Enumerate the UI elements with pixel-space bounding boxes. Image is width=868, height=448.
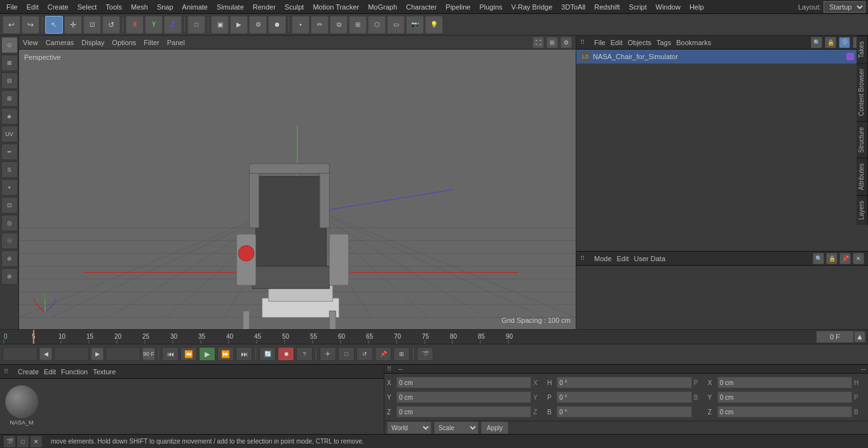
mode-poly-button[interactable]: ⊞ (1, 90, 18, 107)
mode-uvw-button[interactable]: UV (1, 126, 18, 142)
attr-close-button[interactable]: ✕ (853, 253, 864, 264)
array-tool-button[interactable]: ⊞ (349, 16, 367, 34)
tab-structure[interactable]: Structure (857, 121, 868, 158)
timeline-next-frame[interactable]: ⏩ (217, 347, 234, 361)
rot-p-input[interactable] (557, 391, 691, 403)
viewport-view-menu[interactable]: View (23, 39, 38, 46)
viewport-options-menu[interactable]: Options (112, 39, 136, 46)
snap-linear-button[interactable]: ━ (1, 144, 18, 160)
timeline-arrow-button[interactable]: ▲ (854, 331, 865, 343)
tool-6[interactable]: ⊕ (1, 268, 18, 285)
timeline-loop-button[interactable]: 🔄 (259, 347, 276, 361)
select-tool-button[interactable]: ↖ (45, 16, 63, 34)
redo-button[interactable]: ↪ (22, 16, 39, 34)
timeline-preview-end-input[interactable]: 90 F (105, 347, 140, 361)
timeline-goto-end[interactable]: ⏭ (236, 347, 252, 361)
menu-mograph[interactable]: MoGraph (364, 2, 401, 12)
tool-3[interactable]: ◎ (1, 215, 18, 231)
object-row-nasa-chair[interactable]: L0 NASA_Chair_for_Simulator (576, 50, 868, 64)
viewport-display-menu[interactable]: Display (81, 39, 104, 46)
scale-tool-button[interactable]: ⊡ (83, 16, 101, 34)
tool-2[interactable]: ⊡ (1, 197, 18, 214)
timeline-end-input-btn[interactable]: 90 F (142, 348, 155, 360)
timeline-move-tool[interactable]: ✛ (320, 347, 336, 361)
transform-type-select[interactable]: Scale (434, 421, 478, 434)
menu-character[interactable]: Character (402, 2, 440, 12)
attr-userdata-menu[interactable]: User Data (634, 255, 666, 262)
menu-help[interactable]: Help (686, 2, 708, 12)
mat-function-menu[interactable]: Function (61, 368, 88, 376)
status-close-icon[interactable]: ✕ (31, 436, 42, 447)
camera-tool-button[interactable]: 📷 (406, 16, 424, 34)
attr-pin-button[interactable]: 📌 (839, 253, 851, 264)
timeline-film-button[interactable]: 🎬 (417, 347, 433, 361)
timeline-next-end[interactable]: ▶ (91, 348, 104, 360)
menu-pipeline[interactable]: Pipeline (442, 2, 474, 12)
pen-tool-button[interactable]: ✏ (311, 16, 329, 34)
snap-spline-button[interactable]: S (1, 161, 18, 178)
viewport-settings-button[interactable]: ⚙ (560, 37, 572, 48)
menu-tools[interactable]: Tools (102, 2, 126, 12)
menu-plugins[interactable]: Plugins (475, 2, 506, 12)
rot-b-input[interactable] (557, 406, 691, 417)
menu-motion-tracker[interactable]: Motion Tracker (309, 2, 363, 12)
timeline-prev-start[interactable]: ◀ (39, 348, 52, 360)
menu-mesh[interactable]: Mesh (127, 2, 152, 12)
timeline-autokey-button[interactable]: ? (296, 347, 313, 361)
cube-tool-button[interactable]: ▪ (292, 16, 309, 34)
obj-lock-button[interactable]: 🔒 (825, 37, 836, 48)
menu-snap[interactable]: Snap (153, 2, 177, 12)
timeline-pin-button[interactable]: 📌 (375, 347, 391, 361)
z-axis-button[interactable]: Z (164, 16, 182, 34)
menu-redshift[interactable]: Redshift (590, 2, 623, 12)
obj-info-button[interactable]: ⓪ (839, 37, 850, 48)
mat-create-menu[interactable]: Create (18, 368, 39, 376)
viewport-arrange-button[interactable]: ⊞ (546, 37, 558, 48)
menu-script[interactable]: Script (625, 2, 651, 12)
pos-y-input[interactable] (397, 391, 531, 403)
polygon-tool-button[interactable]: ⬡ (368, 16, 386, 34)
attr-search-button[interactable]: 🔍 (813, 253, 824, 264)
undo-button[interactable]: ↩ (3, 16, 20, 34)
viewport-filter-menu[interactable]: Filter (144, 39, 159, 46)
status-film-icon[interactable]: 🎬 (4, 436, 15, 447)
attr-mode-menu[interactable]: Mode (594, 255, 612, 262)
render-region-button[interactable]: ▣ (211, 16, 229, 34)
scale-y-input[interactable] (717, 391, 852, 403)
timeline-select-tool[interactable]: □ (338, 347, 355, 361)
object-mode-button[interactable]: □ (187, 16, 205, 34)
material-item-nasa[interactable]: NASA_M (3, 385, 41, 428)
pos-x-input[interactable] (397, 377, 531, 388)
obj-bookmarks-menu[interactable]: Bookmarks (676, 39, 711, 46)
scale-z-input[interactable] (717, 406, 852, 417)
mode-edge-button[interactable]: ⊟ (1, 72, 18, 89)
obj-search-button[interactable]: 🔍 (811, 37, 822, 48)
viewport-maximize-button[interactable]: ⛶ (532, 37, 544, 48)
menu-edit[interactable]: Edit (23, 2, 43, 12)
tab-attributes[interactable]: Attributes (857, 158, 868, 195)
mode-point-button[interactable]: ◈ (1, 108, 18, 125)
y-axis-button[interactable]: Y (145, 16, 163, 34)
current-frame-display[interactable]: 0 F (816, 330, 854, 343)
pos-z-input[interactable] (397, 406, 531, 417)
tool-4[interactable]: ☉ (1, 233, 18, 249)
obj-edit-menu[interactable]: Edit (611, 39, 623, 46)
scale-x-input[interactable] (717, 377, 852, 388)
rot-h-input[interactable] (557, 377, 691, 388)
menu-create[interactable]: Create (44, 2, 72, 12)
viewport-cameras-menu[interactable]: Cameras (46, 39, 74, 46)
menu-animate[interactable]: Animate (179, 2, 212, 12)
timeline-record-button[interactable]: ⏺ (278, 347, 294, 361)
render-button[interactable]: ▶ (230, 16, 248, 34)
light-tool-button[interactable]: 💡 (425, 16, 443, 34)
record-button[interactable]: ⏺ (268, 16, 286, 34)
timeline-goto-start[interactable]: ⏮ (162, 347, 179, 361)
menu-simulate[interactable]: Simulate (213, 2, 248, 12)
tab-takes[interactable]: Takes (857, 36, 868, 63)
menu-vray[interactable]: V-Ray Bridge (508, 2, 557, 12)
tool-1[interactable]: ⌖ (1, 179, 18, 196)
menu-window[interactable]: Window (652, 2, 684, 12)
viewport-panel-menu[interactable]: Panel (167, 39, 185, 46)
menu-file[interactable]: File (3, 2, 22, 12)
tab-layers[interactable]: Layers (857, 195, 868, 225)
